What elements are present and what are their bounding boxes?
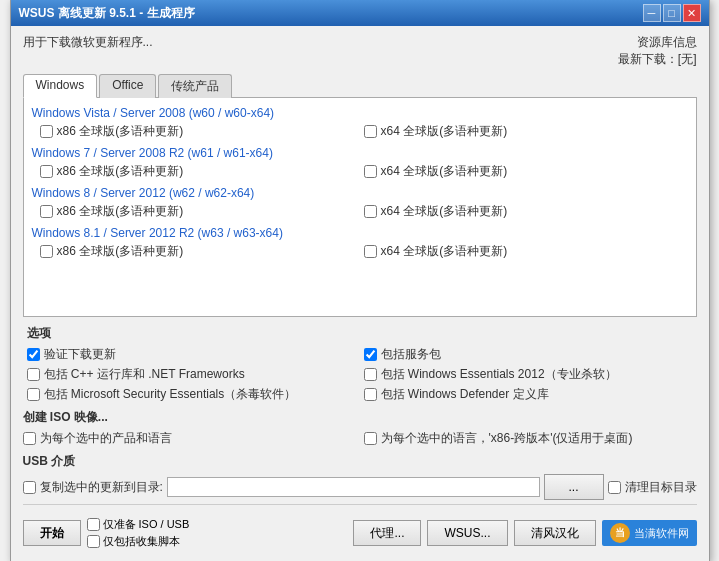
option-cpp-item[interactable]: 包括 C++ 运行库和 .NET Frameworks (27, 366, 356, 383)
option-essentials-label: 包括 Windows Essentials 2012（专业杀软） (381, 366, 617, 383)
minimize-button[interactable]: ─ (643, 4, 661, 22)
win81-x86-item[interactable]: x86 全球版(多语种更新) (40, 243, 364, 260)
win8-x64-item[interactable]: x64 全球版(多语种更新) (364, 203, 688, 220)
option-verify-checkbox[interactable] (27, 348, 40, 361)
win81-x64-label: x64 全球版(多语种更新) (381, 243, 508, 260)
usb-path-input[interactable] (167, 477, 540, 497)
win7-x64-checkbox[interactable] (364, 165, 377, 178)
script-only-label: 仅包括收集脚本 (103, 534, 180, 549)
tab-windows[interactable]: Windows (23, 74, 98, 98)
usb-title: USB 介质 (23, 453, 697, 470)
maximize-button[interactable]: □ (663, 4, 681, 22)
option-essentials-item[interactable]: 包括 Windows Essentials 2012（专业杀软） (364, 366, 693, 383)
win8-x86-label: x86 全球版(多语种更新) (57, 203, 184, 220)
iso-usb-only-label: 仅准备 ISO / USB (103, 517, 190, 532)
win81-x86-label: x86 全球版(多语种更新) (57, 243, 184, 260)
iso-x86-checkbox[interactable] (364, 432, 377, 445)
win8-x64-checkbox[interactable] (364, 205, 377, 218)
option-verify-item[interactable]: 验证下载更新 (27, 346, 356, 363)
usb-copy-item[interactable]: 复制选中的更新到目录: (23, 479, 163, 496)
option-mse-item[interactable]: 包括 Microsoft Security Essentials（杀毒软件） (27, 386, 356, 403)
options-title: 选项 (27, 325, 693, 342)
option-defender-item[interactable]: 包括 Windows Defender 定义库 (364, 386, 693, 403)
option-defender-checkbox[interactable] (364, 388, 377, 401)
os-title-win8: Windows 8 / Server 2012 (w62 / w62-x64) (32, 186, 688, 200)
tab-legacy[interactable]: 传统产品 (158, 74, 232, 98)
usb-copy-checkbox[interactable] (23, 481, 36, 494)
option-sp-checkbox[interactable] (364, 348, 377, 361)
usb-row: 复制选中的更新到目录: ... 清理目标目录 (23, 474, 697, 500)
option-mse-label: 包括 Microsoft Security Essentials（杀毒软件） (44, 386, 297, 403)
option-sp-label: 包括服务包 (381, 346, 441, 363)
usb-clear-label: 清理目标目录 (625, 479, 697, 496)
option-sp-item[interactable]: 包括服务包 (364, 346, 693, 363)
option-mse-checkbox[interactable] (27, 388, 40, 401)
win81-x64-checkbox[interactable] (364, 245, 377, 258)
proxy-button[interactable]: 代理... (353, 520, 421, 546)
top-row: 用于下载微软更新程序... 资源库信息 最新下载：[无] (23, 34, 697, 68)
options-grid: 验证下载更新 包括服务包 包括 C++ 运行库和 .NET Frameworks… (27, 346, 693, 403)
footer: 开始 仅准备 ISO / USB 仅包括收集脚本 代理... WSUS... 清… (23, 513, 697, 553)
vista-x86-item[interactable]: x86 全球版(多语种更新) (40, 123, 364, 140)
win8-x86-item[interactable]: x86 全球版(多语种更新) (40, 203, 364, 220)
option-essentials-checkbox[interactable] (364, 368, 377, 381)
vista-x86-label: x86 全球版(多语种更新) (57, 123, 184, 140)
vista-x64-label: x64 全球版(多语种更新) (381, 123, 508, 140)
iso-x86-item[interactable]: 为每个选中的语言，'x86-跨版本'(仅适用于桌面) (364, 430, 697, 447)
os-title-win7: Windows 7 / Server 2008 R2 (w61 / w61-x6… (32, 146, 688, 160)
win7-x64-item[interactable]: x64 全球版(多语种更新) (364, 163, 688, 180)
start-button[interactable]: 开始 (23, 520, 81, 546)
iso-usb-only-item[interactable]: 仅准备 ISO / USB (87, 517, 190, 532)
footer-divider (23, 504, 697, 505)
iso-usb-only-checkbox[interactable] (87, 518, 100, 531)
iso-grid: 为每个选中的产品和语言 为每个选中的语言，'x86-跨版本'(仅适用于桌面) (23, 430, 697, 447)
tab-office[interactable]: Office (99, 74, 156, 98)
option-verify-label: 验证下载更新 (44, 346, 116, 363)
script-only-item[interactable]: 仅包括收集脚本 (87, 534, 190, 549)
option-cpp-checkbox[interactable] (27, 368, 40, 381)
win81-x86-checkbox[interactable] (40, 245, 53, 258)
resource-label: 资源库信息 (618, 34, 697, 51)
iso-all-checkbox[interactable] (23, 432, 36, 445)
win81-x64-item[interactable]: x64 全球版(多语种更新) (364, 243, 688, 260)
iso-all-item[interactable]: 为每个选中的产品和语言 (23, 430, 356, 447)
titlebar-buttons: ─ □ ✕ (643, 4, 701, 22)
watermark: 当 当满软件网 (602, 520, 697, 546)
win8-x64-label: x64 全球版(多语种更新) (381, 203, 508, 220)
os-win8-checkboxes: x86 全球版(多语种更新) x64 全球版(多语种更新) (32, 203, 688, 220)
win7-x86-checkbox[interactable] (40, 165, 53, 178)
download-label: 用于下载微软更新程序... (23, 34, 153, 51)
script-only-checkbox[interactable] (87, 535, 100, 548)
wsus-button[interactable]: WSUS... (427, 520, 507, 546)
options-section: 选项 验证下载更新 包括服务包 包括 C++ 运行库和 .NET Framewo… (23, 325, 697, 403)
usb-clear-item[interactable]: 清理目标目录 (608, 479, 697, 496)
os-section-win7: Windows 7 / Server 2008 R2 (w61 / w61-x6… (32, 146, 688, 180)
vista-x64-checkbox[interactable] (364, 125, 377, 138)
usb-section: USB 介质 复制选中的更新到目录: ... 清理目标目录 (23, 453, 697, 500)
close-button[interactable]: ✕ (683, 4, 701, 22)
usb-clear-checkbox[interactable] (608, 481, 621, 494)
localize-button[interactable]: 清风汉化 (514, 520, 596, 546)
win7-x86-item[interactable]: x86 全球版(多语种更新) (40, 163, 364, 180)
os-section-win8: Windows 8 / Server 2012 (w62 / w62-x64) … (32, 186, 688, 220)
iso-x86-label: 为每个选中的语言，'x86-跨版本'(仅适用于桌面) (381, 430, 633, 447)
resource-info: 资源库信息 最新下载：[无] (618, 34, 697, 68)
os-win81-checkboxes: x86 全球版(多语种更新) x64 全球版(多语种更新) (32, 243, 688, 260)
option-cpp-label: 包括 C++ 运行库和 .NET Frameworks (44, 366, 245, 383)
win8-x86-checkbox[interactable] (40, 205, 53, 218)
option-defender-label: 包括 Windows Defender 定义库 (381, 386, 549, 403)
window-title: WSUS 离线更新 9.5.1 - 生成程序 (19, 5, 195, 22)
os-title-vista: Windows Vista / Server 2008 (w60 / w60-x… (32, 106, 688, 120)
vista-x64-item[interactable]: x64 全球版(多语种更新) (364, 123, 688, 140)
os-vista-checkboxes: x86 全球版(多语种更新) x64 全球版(多语种更新) (32, 123, 688, 140)
vista-x86-checkbox[interactable] (40, 125, 53, 138)
iso-title: 创建 ISO 映像... (23, 409, 697, 426)
main-content: 用于下载微软更新程序... 资源库信息 最新下载：[无] Windows Off… (11, 26, 709, 561)
win7-x86-label: x86 全球版(多语种更新) (57, 163, 184, 180)
tab-bar: Windows Office 传统产品 (23, 74, 697, 98)
watermark-text: 当满软件网 (634, 526, 689, 541)
last-download-label: 最新下载：[无] (618, 51, 697, 68)
iso-all-label: 为每个选中的产品和语言 (40, 430, 172, 447)
os-win7-checkboxes: x86 全球版(多语种更新) x64 全球版(多语种更新) (32, 163, 688, 180)
usb-browse-button[interactable]: ... (544, 474, 604, 500)
